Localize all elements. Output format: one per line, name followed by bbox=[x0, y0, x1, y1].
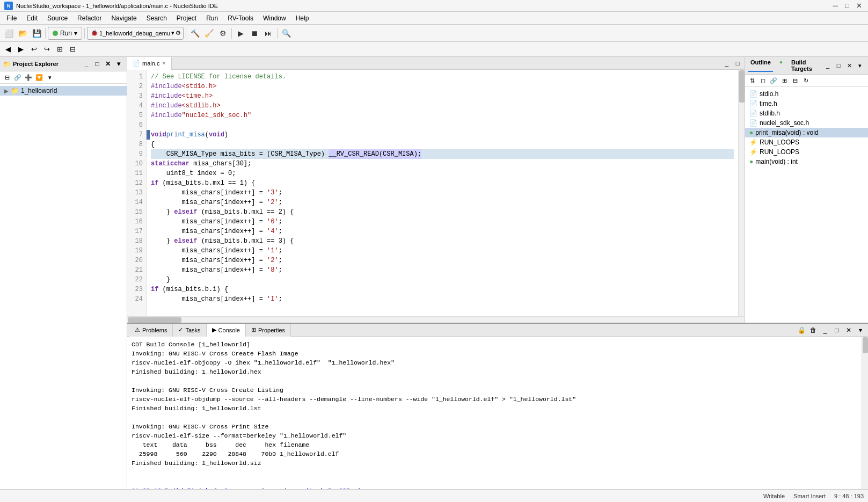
run-button[interactable]: Run ▾ bbox=[48, 27, 82, 40]
console-menu[interactable]: ▾ bbox=[855, 325, 866, 336]
clean-btn[interactable]: 🧹 bbox=[202, 27, 215, 40]
console-tabs-left: ⚠ Problems ✓ Tasks ▶ Console ⊞ bbox=[129, 324, 291, 337]
editor-scrollbar[interactable] bbox=[738, 70, 745, 316]
menu-search[interactable]: Search bbox=[142, 12, 171, 24]
outline-minimize[interactable]: _ bbox=[823, 61, 833, 70]
console-scrollbar[interactable] bbox=[862, 337, 868, 489]
console-body[interactable]: CDT Build Console [1_helloworld] Invokin… bbox=[127, 337, 862, 489]
console-tab-properties[interactable]: ⊞ Properties bbox=[246, 324, 291, 337]
menu-project[interactable]: Project bbox=[172, 12, 201, 24]
outline-content[interactable]: 📄 stdio.h 📄 time.h 📄 stdlib.h 📄 bbox=[745, 87, 868, 323]
code-line-4: #include <stdlib.h> bbox=[151, 101, 734, 111]
pe-filter[interactable]: 🔽 bbox=[34, 72, 44, 82]
pe-content[interactable]: ▶ 📁 1_helloworld bbox=[0, 84, 127, 489]
menu-run[interactable]: Run bbox=[202, 12, 222, 24]
outline-item-run-loops-1[interactable]: ⚡ RUN_LOOPS bbox=[745, 137, 868, 147]
properties-btn[interactable]: ⚙ bbox=[216, 27, 229, 40]
outline-item-main[interactable]: ● main(void) : int bbox=[745, 157, 868, 166]
console-line-2: riscv-nuclei-elf-objcopy -O ihex "1_hell… bbox=[132, 358, 857, 367]
console-close[interactable]: ✕ bbox=[843, 325, 854, 336]
editor-body[interactable]: 12345 678910 1112131415 1617181920 21222… bbox=[127, 70, 745, 316]
stop-btn[interactable]: ⏹ bbox=[248, 27, 261, 40]
console-clear[interactable]: 🗑 bbox=[808, 325, 819, 336]
pe-collapse-all[interactable]: ⊟ bbox=[2, 72, 12, 82]
outline-collapse-btn[interactable]: ⊟ bbox=[790, 76, 800, 85]
menu-navigate[interactable]: Navigate bbox=[107, 12, 141, 24]
pe-maximize-btn[interactable]: □ bbox=[92, 59, 102, 69]
build-targets-tab[interactable]: Build Targets bbox=[789, 59, 823, 72]
build-btn[interactable]: 🔨 bbox=[188, 27, 201, 40]
outline-hide-btn[interactable]: ◻ bbox=[758, 76, 768, 85]
outline-refresh-btn[interactable]: ↻ bbox=[801, 76, 811, 85]
scrollbar-thumb[interactable] bbox=[739, 70, 745, 103]
console-scrollbar-thumb[interactable] bbox=[863, 337, 868, 353]
outline-item-nuclei[interactable]: 📄 nuclei_sdk_soc.h bbox=[745, 118, 868, 128]
resume-btn[interactable]: ⏭ bbox=[262, 27, 275, 40]
run-config[interactable]: 🐞 1_helloworld_debug_qemu ▾ ⚙ bbox=[87, 27, 184, 40]
pe-minimize-btn[interactable]: _ bbox=[82, 59, 91, 69]
new-button[interactable]: ⬜ bbox=[2, 27, 15, 40]
project-item-1helloworld[interactable]: ▶ 📁 1_helloworld bbox=[0, 86, 127, 96]
open-button[interactable]: 📂 bbox=[16, 27, 29, 40]
outline-expand-btn[interactable]: ⊞ bbox=[779, 76, 789, 85]
collapse-btn[interactable]: ⊟ bbox=[67, 43, 78, 55]
save-button[interactable]: 💾 bbox=[30, 27, 43, 40]
pe-close-btn[interactable]: ✕ bbox=[103, 59, 113, 69]
outline-maximize[interactable]: □ bbox=[834, 61, 843, 70]
console-line-5: Invoking: GNU RISC-V Cross Create Listin… bbox=[132, 385, 857, 395]
outline-item-print-misa[interactable]: ● print_misa(void) : void bbox=[745, 128, 868, 137]
minimize-button[interactable]: ─ bbox=[830, 1, 840, 11]
pe-view-menu[interactable]: ▾ bbox=[45, 72, 55, 82]
menu-help[interactable]: Help bbox=[291, 12, 313, 24]
console-maximize[interactable]: □ bbox=[831, 325, 842, 336]
run-indicator bbox=[53, 31, 58, 36]
console-tab-problems[interactable]: ⚠ Problems bbox=[129, 324, 173, 337]
pe-menu-btn[interactable]: ▾ bbox=[114, 59, 123, 69]
search-btn[interactable]: 🔍 bbox=[280, 27, 293, 40]
maximize-button[interactable]: □ bbox=[842, 1, 852, 11]
editor-maximize-btn[interactable]: □ bbox=[733, 59, 742, 68]
editor-console-area: 📄 main.c ✕ _ □ 12345 678910 bbox=[127, 57, 868, 489]
status-writable: Writable bbox=[763, 493, 785, 499]
h-scrollbar-thumb[interactable] bbox=[128, 317, 181, 323]
redo-btn[interactable]: ↪ bbox=[41, 43, 53, 55]
fwd-btn[interactable]: ▶ bbox=[15, 43, 27, 55]
outline-item-time[interactable]: 📄 time.h bbox=[745, 99, 868, 108]
editor-minimize-btn[interactable]: _ bbox=[722, 59, 732, 68]
sep5 bbox=[277, 28, 278, 39]
title-bar-controls[interactable]: ─ □ ✕ bbox=[830, 1, 864, 11]
outline-item-stdio[interactable]: 📄 stdio.h bbox=[745, 89, 868, 99]
debug-icon: 🐞 bbox=[91, 30, 98, 37]
console-minimize[interactable]: _ bbox=[820, 325, 830, 336]
menu-file[interactable]: File bbox=[2, 12, 21, 24]
menu-edit[interactable]: Edit bbox=[22, 12, 42, 24]
editor-tab-mainc[interactable]: 📄 main.c ✕ bbox=[127, 57, 172, 70]
expand-icon: ▶ bbox=[4, 88, 9, 94]
close-button[interactable]: ✕ bbox=[854, 1, 864, 11]
outline-item-stdlib[interactable]: 📄 stdlib.h bbox=[745, 108, 868, 118]
undo-btn[interactable]: ↩ bbox=[28, 43, 40, 55]
outline-menu[interactable]: ▾ bbox=[855, 61, 865, 70]
menu-rvtools[interactable]: RV-Tools bbox=[223, 12, 258, 24]
expand-btn[interactable]: ⊞ bbox=[54, 43, 65, 55]
outline-link-btn[interactable]: 🔗 bbox=[769, 76, 778, 85]
pe-new[interactable]: ➕ bbox=[24, 72, 33, 82]
menu-window[interactable]: Window bbox=[259, 12, 290, 24]
code-editor[interactable]: // See LICENSE for license details. #inc… bbox=[147, 70, 738, 316]
editor-h-scrollbar[interactable] bbox=[127, 316, 745, 323]
console-scroll-lock[interactable]: 🔒 bbox=[796, 325, 807, 336]
console-tab-console[interactable]: ▶ Console bbox=[207, 324, 246, 337]
back-btn[interactable]: ◀ bbox=[2, 43, 14, 55]
menu-refactor[interactable]: Refactor bbox=[73, 12, 106, 24]
console-tab-tasks[interactable]: ✓ Tasks bbox=[173, 324, 206, 337]
console-line-7: Finished building: 1_helloworld.lst bbox=[132, 404, 857, 413]
code-line-18: } else if (misa_bits.b.mxl == 3) { bbox=[151, 236, 734, 246]
menu-source[interactable]: Source bbox=[43, 12, 72, 24]
debug-btn[interactable]: ▶ bbox=[234, 27, 247, 40]
pe-link-editor[interactable]: 🔗 bbox=[13, 72, 23, 82]
outline-sort-btn[interactable]: ⇅ bbox=[747, 76, 757, 85]
code-line-12: if (misa_bits.b.mxl == 1) { bbox=[151, 178, 734, 188]
outline-close[interactable]: ✕ bbox=[844, 61, 854, 70]
outline-tab[interactable]: Outline bbox=[748, 59, 773, 72]
outline-item-run-loops-2[interactable]: ⚡ RUN_LOOPS bbox=[745, 147, 868, 157]
